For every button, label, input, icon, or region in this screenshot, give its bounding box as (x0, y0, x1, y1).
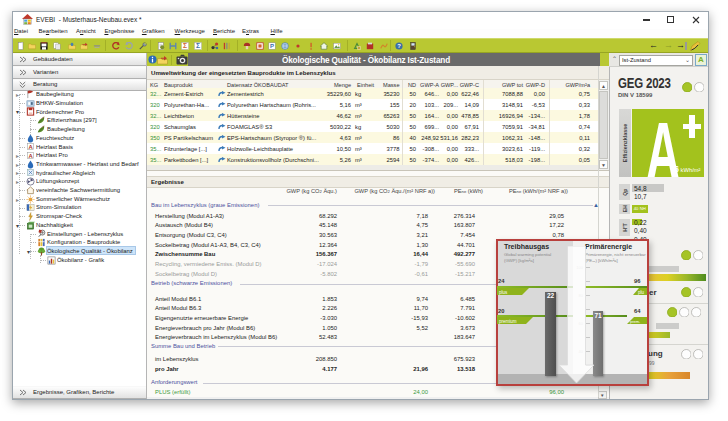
svg-text:?: ? (397, 43, 401, 49)
svg-text:plu: plu (638, 289, 645, 294)
svg-text:H'T: H'T (622, 223, 628, 232)
svg-text:Effizienzklasse: Effizienzklasse (622, 123, 628, 161)
svg-text:EH: EH (622, 205, 628, 212)
svg-text:Σ: Σ (183, 42, 187, 49)
svg-text:premium: premium (499, 318, 517, 323)
svg-text:P: P (270, 43, 274, 49)
svg-text:prem.: prem. (630, 318, 640, 323)
svg-text:plus: plus (499, 289, 508, 294)
svg-text:Qp: Qp (621, 188, 627, 195)
svg-text:Σ: Σ (196, 42, 200, 49)
